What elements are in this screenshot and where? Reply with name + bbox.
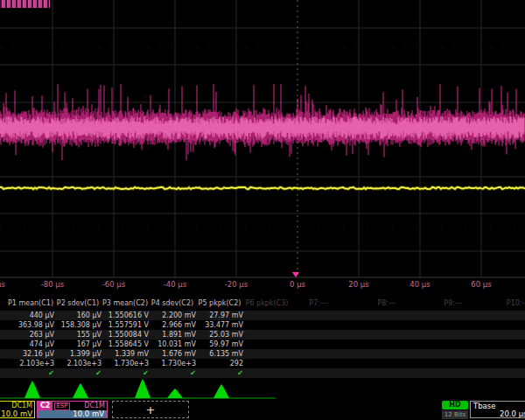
descriptor-bar: C1 DC1M 10.0 mV C2 ESP DC1M 10.0 mV + HD… xyxy=(0,400,525,420)
measure-value: 1.676 mV xyxy=(149,349,196,359)
measure-value: 2.103e+3 xyxy=(7,359,54,368)
measure-value: 1.550616 V xyxy=(102,311,149,320)
param-header-p4[interactable]: P4 sdev(C2) xyxy=(151,299,193,307)
measure-value: 2.103e+3 xyxy=(54,359,102,368)
param-header-p1[interactable]: P1 mean(C1) xyxy=(8,299,53,307)
measure-value: 2.200 mV xyxy=(149,311,196,320)
param-header-p3[interactable]: P3 mean(C2) xyxy=(102,299,148,307)
plus-icon: + xyxy=(146,403,156,416)
channel-c1-descriptor[interactable]: C1 DC1M 10.0 mV xyxy=(0,401,35,418)
measure-value: 155 µV xyxy=(54,330,102,340)
c1-volts-per-div: 10.0 mV xyxy=(0,410,34,418)
measurement-table: P1 mean(C1)P2 sdev(C1)P3 mean(C2)P4 sdev… xyxy=(0,298,525,381)
measure-row: 32.16 µV1.399 µV1.339 mV1.676 mV6.135 mV xyxy=(0,349,525,359)
time-tick-label: 20 µs xyxy=(348,280,368,289)
timebase-descriptor[interactable]: Tbase 20.0 µs/div xyxy=(470,401,525,418)
measure-value: 1.557591 V xyxy=(102,320,149,330)
measure-row: 363.98 µV158.308 µV1.557591 V2.966 mV33.… xyxy=(0,320,525,330)
timebase-label: Tbase xyxy=(471,402,495,410)
measure-value: 292 xyxy=(196,359,243,368)
measure-value: 25.03 mV xyxy=(196,330,243,340)
c2-volts-per-div: 10.0 mV xyxy=(38,410,107,418)
measure-value: 2.966 mV xyxy=(149,320,196,330)
hd-mode-badge: HD xyxy=(442,401,468,410)
measure-row: 263 µV155 µV1.550084 V1.891 mV25.03 mV xyxy=(0,330,525,340)
measure-value: 440 µV xyxy=(7,311,54,320)
measure-value: 1.550084 V xyxy=(102,330,149,340)
measure-value: 474 µV xyxy=(7,340,54,349)
channel-c2-descriptor[interactable]: C2 ESP DC1M 10.0 mV xyxy=(37,401,108,418)
measure-value: 1.730e+3 xyxy=(149,359,196,368)
measure-value: 160 µV xyxy=(54,311,102,320)
measure-row: 440 µV160 µV1.550616 V2.200 mV27.97 mV xyxy=(0,311,525,320)
hd-bits-label: 12 Bits xyxy=(442,410,468,419)
measure-row: 2.103e+32.103e+31.730e+31.730e+3292 xyxy=(0,359,525,368)
param-header-p9[interactable]: P9:--- xyxy=(444,299,462,307)
param-header-p2[interactable]: P2 sdev(C1) xyxy=(57,299,99,307)
measure-value: 1.891 mV xyxy=(149,330,196,340)
measure-value: 59.97 mV xyxy=(196,340,243,349)
measure-value: 1.399 µV xyxy=(54,349,102,359)
measure-value: 158.308 µV xyxy=(54,320,102,330)
oscilloscope-screen: -100 µs-80 µs-60 µs-40 µs-20 µs0 µs20 µs… xyxy=(0,0,525,420)
histicon-peak xyxy=(167,388,183,398)
measure-value: 167 µV xyxy=(54,340,102,349)
time-tick-label: -80 µs xyxy=(41,280,64,289)
histicon-peak xyxy=(135,379,150,398)
time-per-div: 20.0 µs/div xyxy=(471,410,525,418)
measure-value: 33.477 mV xyxy=(196,320,243,330)
param-header-p8[interactable]: P8:--- xyxy=(377,299,396,307)
measure-value: 363.98 µV xyxy=(7,320,54,330)
time-tick-label: 40 µs xyxy=(410,280,430,289)
time-tick-label: 60 µs xyxy=(471,280,491,289)
c2-trace-annotation-chip[interactable] xyxy=(0,0,50,8)
param-header-p7[interactable]: P7:--- xyxy=(309,299,327,307)
time-tick-label: 0 µs xyxy=(290,280,305,289)
c2-esp-tag: ESP xyxy=(54,402,69,410)
param-header-p6[interactable]: P6 pkpk(C3) xyxy=(246,299,289,307)
measure-value: 10.031 mV xyxy=(149,340,196,349)
measure-value: 263 µV xyxy=(7,330,54,340)
measure-value: 1.558645 V xyxy=(102,340,149,349)
measure-value: 6.135 mV xyxy=(196,349,243,359)
time-tick-label: -40 µs xyxy=(164,280,186,289)
measure-value: 32.16 µV xyxy=(7,349,54,359)
parameter-histicons[interactable] xyxy=(0,376,289,401)
measure-value: 1.339 mV xyxy=(102,349,149,359)
param-header-p5[interactable]: P5 pkpk(C2) xyxy=(199,299,242,307)
time-tick-label: -100 µs xyxy=(0,280,5,289)
add-trace-button[interactable]: + xyxy=(112,401,189,418)
param-header-p10[interactable]: P10:--- xyxy=(507,299,525,307)
time-tick-label: -60 µs xyxy=(102,280,125,289)
histicon-peak xyxy=(24,381,40,398)
measure-value: 1.730e+3 xyxy=(102,359,149,368)
measure-value: 27.97 mV xyxy=(196,311,243,320)
histicon-peak xyxy=(73,383,88,398)
histicon-peak xyxy=(214,384,229,398)
measure-row: 474 µV167 µV1.558645 V10.031 mV59.97 mV xyxy=(0,340,525,349)
time-tick-label: -20 µs xyxy=(225,280,248,289)
c2-badge: C2 xyxy=(38,402,52,410)
time-axis: -100 µs-80 µs-60 µs-40 µs-20 µs0 µs20 µs… xyxy=(0,278,525,298)
trigger-delay-marker[interactable] xyxy=(292,272,299,277)
waveform-display[interactable] xyxy=(0,0,525,289)
